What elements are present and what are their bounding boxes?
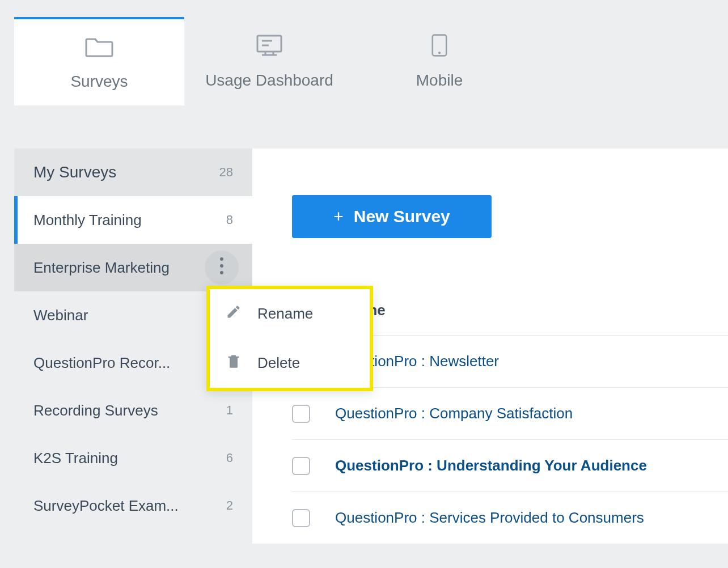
- folder-icon: [85, 35, 113, 62]
- sidebar-header-label: My Surveys: [33, 163, 116, 181]
- row-checkbox[interactable]: [292, 509, 310, 527]
- tab-mobile[interactable]: Mobile: [354, 17, 524, 105]
- sidebar-item-label: SurveyPocket Exam...: [33, 497, 179, 515]
- survey-link[interactable]: QuestionPro : Services Provided to Consu…: [335, 509, 644, 527]
- sidebar-item-label: QuestionPro Recor...: [33, 354, 170, 372]
- new-survey-button[interactable]: + New Survey: [292, 195, 492, 238]
- kebab-icon: [219, 257, 224, 279]
- row-checkbox[interactable]: [292, 405, 310, 423]
- context-menu-rename[interactable]: Rename: [210, 289, 370, 338]
- tab-label: Surveys: [70, 73, 128, 91]
- dashboard-icon: [255, 33, 283, 61]
- sidebar-item-label: K2S Training: [33, 450, 118, 467]
- plus-icon: +: [333, 207, 344, 226]
- tab-label: Mobile: [416, 71, 463, 90]
- svg-point-9: [220, 264, 223, 268]
- mobile-icon: [425, 33, 454, 61]
- svg-rect-0: [257, 36, 281, 52]
- main-tabbar: Surveys Usage Dashboard Mobile: [14, 17, 728, 105]
- context-menu-label: Rename: [257, 305, 313, 323]
- svg-point-10: [220, 271, 223, 274]
- table-row: QuestionPro : Company Satisfaction: [292, 387, 728, 439]
- trash-icon: [226, 353, 242, 373]
- sidebar-item-recording-surveys[interactable]: Recording Surveys 1: [14, 387, 252, 434]
- context-menu: Rename Delete: [206, 286, 373, 391]
- more-options-button[interactable]: [205, 251, 239, 285]
- sidebar-item-monthly-training[interactable]: Monthly Training 8: [14, 196, 252, 244]
- sidebar-item-enterprise-marketing[interactable]: Enterprise Marketing: [14, 244, 252, 291]
- sidebar-item-surveypocket-exam[interactable]: SurveyPocket Exam... 2: [14, 482, 252, 529]
- sidebar-item-count: 2: [226, 498, 233, 513]
- svg-point-7: [438, 52, 441, 54]
- table-row: QuestionPro : Understanding Your Audienc…: [292, 439, 728, 491]
- context-menu-label: Delete: [257, 354, 300, 372]
- survey-link[interactable]: QuestionPro : Understanding Your Audienc…: [335, 457, 647, 474]
- sidebar-header-count: 28: [219, 165, 233, 180]
- sidebar-item-count: 6: [226, 451, 233, 465]
- pencil-icon: [226, 304, 242, 324]
- svg-point-8: [220, 257, 223, 261]
- row-checkbox[interactable]: [292, 457, 310, 475]
- sidebar-header[interactable]: My Surveys 28: [14, 149, 252, 196]
- tab-label: Usage Dashboard: [205, 71, 333, 90]
- sidebar-item-label: Enterprise Marketing: [33, 259, 170, 277]
- tab-usage-dashboard[interactable]: Usage Dashboard: [184, 17, 354, 105]
- sidebar-item-count: 8: [226, 213, 233, 227]
- context-menu-delete[interactable]: Delete: [210, 338, 370, 388]
- new-survey-label: New Survey: [354, 207, 450, 226]
- survey-link[interactable]: QuestionPro : Company Satisfaction: [335, 405, 573, 422]
- sidebar-item-label: Webinar: [33, 307, 88, 324]
- sidebar-item-k2s-training[interactable]: K2S Training 6: [14, 434, 252, 482]
- sidebar-item-label: Recording Surveys: [33, 402, 158, 419]
- sidebar-item-count: 1: [226, 403, 233, 418]
- sidebar-item-label: Monthly Training: [33, 211, 142, 229]
- table-row: QuestionPro : Services Provided to Consu…: [292, 491, 728, 544]
- tab-surveys[interactable]: Surveys: [14, 17, 184, 105]
